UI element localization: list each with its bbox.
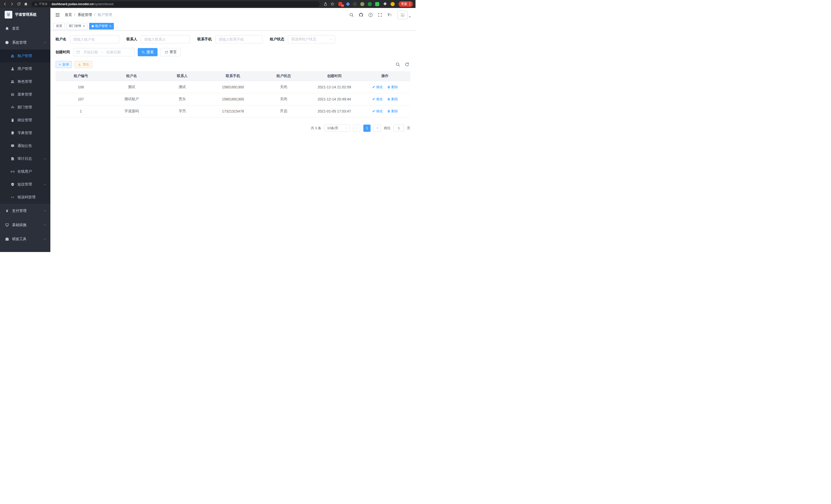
delete-link[interactable]: 删除	[387, 97, 398, 101]
trash-icon	[387, 98, 390, 101]
infra-icon	[5, 223, 9, 227]
search-icon[interactable]	[349, 12, 354, 18]
sidebar-item-infra[interactable]: 基础设施	[0, 218, 50, 232]
delete-link[interactable]: 删除	[387, 85, 398, 89]
contact-mobile-input[interactable]	[215, 35, 263, 43]
close-icon[interactable]: ×	[110, 24, 112, 28]
sidebar-item-tenant[interactable]: 租户管理	[0, 50, 50, 62]
sidebar-item-online[interactable]: 在线用户	[0, 165, 50, 178]
sidebar-item-sms[interactable]: 短信管理	[0, 178, 50, 191]
close-icon[interactable]: ×	[83, 24, 85, 28]
profile-avatar-icon[interactable]	[391, 2, 395, 6]
search-button[interactable]: 搜索	[138, 48, 157, 56]
extension-icon-green[interactable]	[368, 2, 372, 6]
sidebar-item-post[interactable]: 岗位管理	[0, 114, 50, 127]
edit-link[interactable]: 修改	[372, 85, 382, 89]
address-bar[interactable]: 不安全 dashboard.yudao.iocoder.cn/system/te…	[31, 1, 320, 7]
github-icon[interactable]	[359, 12, 364, 18]
sidebar-item-role[interactable]: 角色管理	[0, 75, 50, 88]
reload-icon[interactable]	[17, 2, 21, 6]
extension-icon-dark[interactable]	[353, 2, 357, 6]
fullscreen-icon[interactable]	[377, 12, 382, 18]
sidebar-item-notice[interactable]: 通知公告	[0, 140, 50, 152]
app-logo[interactable]: 芋道管理系统	[0, 8, 50, 21]
breadcrumb-item[interactable]: 首页	[65, 12, 72, 17]
avatar	[398, 11, 408, 19]
puzzle-extensions-icon[interactable]	[382, 2, 387, 6]
column-header: 租户编号	[56, 71, 106, 81]
table-row: 108 测试 测试 15601691300 关闭 2021-12-14 21:0…	[56, 81, 410, 93]
notice-icon	[11, 144, 15, 148]
sidebar-item-errorcode[interactable]: 错误码管理	[0, 191, 50, 204]
tenant-name-input[interactable]	[70, 35, 119, 43]
refresh-table-icon[interactable]	[405, 62, 409, 67]
reset-button[interactable]: 重置	[161, 48, 181, 56]
sidebar-item-payment[interactable]: ¥ 支付管理	[0, 204, 50, 218]
broken-image-icon	[401, 13, 404, 17]
date-range-picker[interactable]: -	[74, 48, 135, 56]
cell-created: 2021-12-14 21:02:09	[309, 81, 360, 93]
home-nav-icon[interactable]	[23, 2, 28, 6]
forward-icon[interactable]	[9, 2, 14, 6]
sidebar-item-user[interactable]: 用户管理	[0, 62, 50, 75]
breadcrumb-separator: /	[74, 13, 75, 17]
back-icon[interactable]	[3, 2, 7, 6]
prev-page-button[interactable]	[353, 125, 360, 132]
page-number-1[interactable]: 1	[363, 125, 371, 132]
table-tools	[396, 62, 410, 67]
sidebar-item-label: 首页	[12, 26, 19, 31]
toggle-search-icon[interactable]	[396, 62, 400, 67]
extension-icon-red[interactable]: 10	[338, 2, 343, 6]
range-separator: -	[102, 50, 103, 54]
sidebar-fold-icon[interactable]	[55, 12, 60, 18]
update-button[interactable]: 更新	[399, 1, 413, 7]
help-icon[interactable]: ?	[368, 12, 373, 18]
tag-tenant[interactable]: 租户管理 ×	[89, 23, 114, 30]
page-size-select[interactable]: 10条/页	[324, 125, 350, 132]
sidebar-item-system[interactable]: 系统管理	[0, 35, 50, 50]
share-icon[interactable]	[323, 2, 327, 6]
export-button[interactable]: 导出	[75, 61, 92, 68]
sidebar-item-home[interactable]: 首页	[0, 21, 50, 35]
sidebar-item-audit[interactable]: 审计日志	[0, 152, 50, 165]
start-date-input[interactable]	[81, 50, 101, 54]
contact-name-input[interactable]	[141, 35, 190, 43]
breadcrumb-current: 租户管理	[98, 12, 112, 17]
edit-link[interactable]: 修改	[372, 97, 382, 101]
extension-icon-chat[interactable]	[375, 2, 379, 6]
bookmark-star-icon[interactable]	[330, 2, 335, 6]
goto-page-input[interactable]	[394, 125, 404, 132]
status-select[interactable]: 请选择租户状态	[288, 35, 335, 43]
tag-dept[interactable]: 部门管理 ×	[66, 23, 88, 30]
table-row: 1 芋道源码 芋艿 17321315478 开启 2021-01-05 17:0…	[56, 105, 410, 117]
devtools-icon	[5, 237, 9, 241]
app-shell: 芋道管理系统 首页 系统管理 租户管理 用户管理	[0, 8, 416, 252]
add-button[interactable]: + 新增	[56, 61, 72, 68]
font-size-icon[interactable]: TT	[387, 12, 392, 18]
filter-contact-mobile: 联系手机	[197, 35, 263, 43]
sidebar-item-devtools[interactable]: 研发工具	[0, 232, 50, 246]
filter-label: 联系手机	[197, 37, 212, 41]
sidebar-item-label: 字典管理	[18, 131, 32, 136]
tag-home[interactable]: 首页	[53, 23, 65, 30]
tags-view-bar: 首页 部门管理 × 租户管理 ×	[50, 22, 416, 31]
sidebar-item-dept[interactable]: 部门管理	[0, 101, 50, 114]
cell-contact: 测试	[157, 81, 208, 93]
extension-icon-blue[interactable]	[346, 2, 350, 6]
sidebar-item-label: 角色管理	[18, 79, 32, 84]
security-warning-icon	[34, 3, 37, 6]
cell-created: 2021-01-05 17:03:47	[309, 105, 360, 117]
breadcrumb-item[interactable]: 系统管理	[78, 12, 92, 17]
extension-icon-olive[interactable]	[360, 2, 364, 6]
browser-chrome: 不安全 dashboard.yudao.iocoder.cn/system/te…	[0, 0, 416, 8]
end-date-input[interactable]	[104, 50, 123, 54]
system-submenu: 租户管理 用户管理 角色管理 菜单管理 部门管理	[0, 50, 50, 204]
next-page-button[interactable]	[374, 125, 381, 132]
delete-link[interactable]: 删除	[387, 109, 398, 114]
user-icon	[11, 67, 15, 71]
sidebar-item-menu[interactable]: 菜单管理	[0, 88, 50, 101]
sidebar-item-dict[interactable]: 字典管理	[0, 127, 50, 140]
user-avatar-menu[interactable]	[398, 11, 411, 19]
cell-actions: 修改 删除	[360, 105, 410, 117]
edit-link[interactable]: 修改	[372, 109, 382, 114]
